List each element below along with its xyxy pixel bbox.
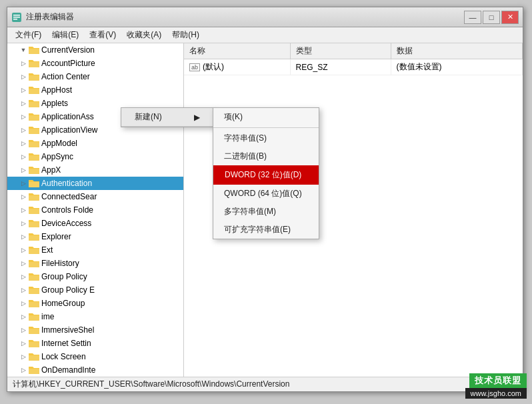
tree-item-label: Applets: [41, 99, 68, 108]
tree-item-label: AppSync: [41, 152, 73, 161]
table-row[interactable]: ab(默认)REG_SZ(数值未设置): [184, 59, 523, 75]
tree-item-label: Group Policy E: [41, 285, 95, 295]
tree-item[interactable]: ▷ Explorer: [7, 230, 183, 243]
tree-item-label: Internet Settin: [41, 339, 91, 348]
tree-item-label: Explorer: [41, 232, 71, 241]
status-text: 计算机\HKEY_CURRENT_USER\Software\Microsoft…: [13, 379, 289, 390]
tree-item[interactable]: ▷ Group Policy: [7, 270, 183, 283]
watermark-top: 技术员联盟: [469, 373, 527, 388]
svg-rect-1: [13, 15, 20, 16]
tree-expand-icon[interactable]: ▷: [18, 271, 29, 282]
ab-icon: ab: [189, 63, 200, 71]
window-title: 注册表编辑器: [26, 11, 74, 23]
folder-icon: [29, 365, 39, 375]
folder-icon: [29, 325, 39, 335]
tree-item-label: Authentication: [41, 179, 92, 188]
tree-expand-icon[interactable]: ▷: [18, 151, 29, 162]
tree-expand-icon[interactable]: ▷: [18, 351, 29, 362]
cell-name: ab(默认): [184, 59, 290, 75]
tree-item[interactable]: ▷ Controls Folde: [7, 203, 183, 217]
tree-expand-icon[interactable]: ▷: [18, 205, 29, 215]
folder-icon: [29, 139, 39, 148]
menu-help[interactable]: 帮助(H): [167, 28, 205, 42]
svg-rect-2: [13, 17, 20, 18]
tree-expand-icon[interactable]: ▷: [18, 138, 29, 149]
tree-item[interactable]: ▷ AccountPicture: [7, 57, 183, 70]
app-icon: [11, 12, 22, 23]
folder-icon: [29, 125, 39, 135]
tree-item[interactable]: ▷ OnDemandInte: [7, 363, 183, 377]
folder-icon: [29, 205, 39, 215]
tree-item[interactable]: ▷ Group Policy E: [7, 283, 183, 297]
menu-view[interactable]: 查看(V): [84, 28, 121, 42]
tree-expand-icon[interactable]: ▷: [18, 338, 29, 349]
submenu-item-string[interactable]: 字符串值(S): [213, 129, 319, 147]
folder-icon: [29, 299, 39, 308]
tree-expand-icon[interactable]: ▷: [18, 165, 29, 175]
tree-expand-icon[interactable]: ▷: [18, 191, 29, 202]
folder-icon: [29, 59, 39, 68]
submenu-item-dword[interactable]: DWORD (32 位)值(D): [213, 165, 319, 185]
minimize-button[interactable]: —: [464, 11, 481, 24]
tree-expand-icon[interactable]: ▷: [18, 311, 29, 322]
maximize-button[interactable]: □: [483, 11, 500, 24]
tree-expand-icon[interactable]: ▷: [18, 245, 29, 255]
tree-item[interactable]: ▷ AppX: [7, 163, 183, 177]
tree-item-label: Action Center: [41, 72, 90, 81]
svg-rect-3: [13, 19, 17, 20]
submenu-item-key[interactable]: 项(K): [213, 108, 319, 126]
tree-item[interactable]: ▼ CurrentVersion: [7, 43, 183, 57]
folder-icon: [29, 152, 39, 161]
tree-expand-icon[interactable]: ▷: [18, 298, 29, 309]
tree-item[interactable]: ▷ AppModel: [7, 137, 183, 150]
tree-item[interactable]: ▷ Internet Settin: [7, 337, 183, 350]
tree-expand-icon[interactable]: ▷: [18, 218, 29, 229]
cell-type: REG_SZ: [290, 59, 391, 75]
tree-expand-icon[interactable]: ▷: [18, 85, 29, 95]
tree-expand-icon[interactable]: ▷: [18, 285, 29, 295]
registry-table: 名称 类型 数据 ab(默认)REG_SZ(数值未设置): [184, 43, 523, 75]
tree-item[interactable]: ▷ ImmersiveShel: [7, 323, 183, 337]
submenu-item-multistring[interactable]: 多字符串值(M): [213, 203, 319, 221]
tree-expand-icon[interactable]: ▷: [18, 58, 29, 69]
tree-item[interactable]: ▷ Action Center: [7, 70, 183, 83]
tree-panel[interactable]: ▼ CurrentVersion▷ AccountPicture▷ Action…: [7, 43, 184, 377]
tree-expand-icon[interactable]: ▷: [18, 325, 29, 335]
submenu-item-expandstring[interactable]: 可扩充字符串值(E): [213, 221, 319, 239]
menu-favorites[interactable]: 收藏夹(A): [121, 28, 167, 42]
tree-item[interactable]: ▷ DeviceAccess: [7, 217, 183, 230]
tree-expand-icon[interactable]: ▷: [18, 178, 29, 189]
submenu[interactable]: 项(K) 字符串值(S) 二进制值(B) DWORD (32 位)值(D) QW…: [213, 107, 319, 239]
tree-item[interactable]: ▷ Ext: [7, 243, 183, 257]
tree-expand-icon[interactable]: ▷: [18, 258, 29, 269]
folder-icon: [29, 339, 39, 348]
menu-file[interactable]: 文件(F): [10, 28, 47, 42]
context-menu[interactable]: 新建(N) ▶: [121, 107, 214, 127]
close-button[interactable]: ✕: [501, 11, 519, 24]
tree-item-label: Group Policy: [41, 272, 87, 281]
tree-item-label: ApplicationAss: [41, 112, 94, 121]
tree-expand-icon[interactable]: ▷: [18, 71, 29, 82]
folder-icon: [29, 352, 39, 361]
context-new-item[interactable]: 新建(N) ▶: [121, 108, 213, 127]
submenu-item-qword[interactable]: QWORD (64 位)值(Q): [213, 185, 319, 203]
tree-item[interactable]: ▷ Authentication: [7, 177, 183, 190]
tree-item[interactable]: ▷ AppHost: [7, 83, 183, 97]
folder-icon: [29, 112, 39, 121]
tree-expand-icon[interactable]: ▷: [18, 125, 29, 135]
tree-item[interactable]: ▷ AppSync: [7, 150, 183, 163]
tree-expand-icon[interactable]: ▼: [18, 45, 29, 55]
menu-edit[interactable]: 编辑(E): [47, 28, 84, 42]
folder-icon: [29, 99, 39, 108]
tree-item[interactable]: ▷ Lock Screen: [7, 350, 183, 363]
tree-expand-icon[interactable]: ▷: [18, 98, 29, 109]
tree-expand-icon[interactable]: ▷: [18, 365, 29, 375]
tree-expand-icon[interactable]: ▷: [18, 231, 29, 242]
tree-item[interactable]: ▷ ime: [7, 310, 183, 323]
tree-item[interactable]: ▷ HomeGroup: [7, 297, 183, 310]
tree-item[interactable]: ▷ ConnectedSear: [7, 190, 183, 203]
tree-expand-icon[interactable]: ▷: [18, 111, 29, 122]
tree-item-label: ConnectedSear: [41, 192, 97, 201]
submenu-item-binary[interactable]: 二进制值(B): [213, 147, 319, 165]
tree-item[interactable]: ▷ FileHistory: [7, 257, 183, 270]
